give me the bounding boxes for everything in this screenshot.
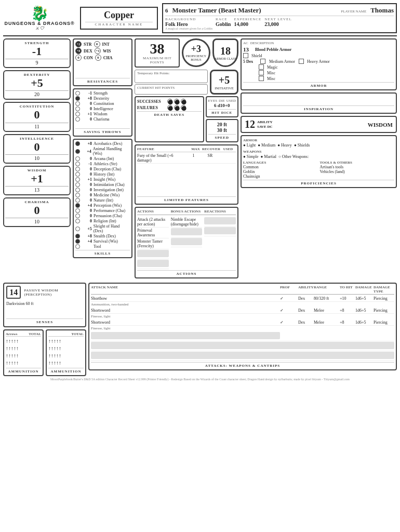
resist-dex-circle: +8 bbox=[75, 48, 82, 54]
dex-ac: 5 Dex bbox=[243, 59, 259, 64]
resist-int-label: INT bbox=[102, 42, 110, 47]
failures-row: FAILURES ⬤ ⬤ ⬤ bbox=[137, 105, 202, 110]
resist-dex-value: +8 bbox=[77, 49, 80, 52]
resist-wis-label: WIS bbox=[103, 49, 111, 54]
shield-check[interactable] bbox=[243, 53, 248, 58]
resist-dex-label: DEX bbox=[84, 49, 92, 54]
skill-dot bbox=[75, 141, 80, 146]
skill-name: Performance (Cha) bbox=[94, 208, 125, 213]
st-con-name: Constitution bbox=[94, 101, 114, 106]
skill-name: Investigation (Int) bbox=[94, 188, 124, 192]
max-hp-label: MAXIMUM HIT POINTS bbox=[138, 56, 177, 64]
w1-ability: Dex bbox=[298, 296, 314, 301]
st-str-name: Strength bbox=[94, 91, 108, 96]
skill-item: +1Insight (Wis) bbox=[75, 177, 130, 182]
success-1: ⬤ bbox=[167, 99, 172, 104]
feature-1-used bbox=[220, 153, 236, 163]
reactions-col-label: REACTIONS bbox=[204, 209, 236, 214]
skill-dot bbox=[75, 239, 80, 244]
ability-dc-num: 12 bbox=[245, 118, 255, 130]
languages-col: LANGUAGES Common Goblin Chainsign bbox=[243, 161, 318, 179]
reaction-2 bbox=[204, 227, 236, 236]
dex-armor-row: 5 Dex Medium Armor Heavy Armor bbox=[243, 59, 394, 64]
skill-item: 0Nature (Int) bbox=[75, 198, 130, 203]
charisma-modifier: 0 bbox=[5, 204, 69, 217]
recover-col-header: RECOVER bbox=[202, 147, 220, 151]
skill-dot bbox=[75, 149, 80, 154]
armor-options: ● Light ● Medium ● Heavy ● Shields bbox=[243, 143, 394, 148]
player-label: PLAYER NAME bbox=[341, 9, 366, 14]
armor-label: ARMOR bbox=[243, 82, 394, 88]
misc-check-1[interactable] bbox=[259, 70, 264, 75]
next-level-field: Next Level 23,000 bbox=[264, 17, 291, 27]
medium-check[interactable] bbox=[260, 59, 265, 64]
skill-name: Deception (Cha) bbox=[94, 167, 121, 171]
misc-check-2[interactable] bbox=[259, 76, 264, 81]
skills-list: +8Acrobatics (Dex)+4Animal Handling (Wis… bbox=[75, 141, 130, 249]
resist-wis-value: +1 bbox=[96, 49, 100, 53]
header: 🐉 DUNGEONS & DRAGONS® ⚔ 🛡 Copper CHARACT… bbox=[3, 3, 397, 36]
skill-dot bbox=[75, 214, 80, 218]
heavy-armor-label: Heavy Armor bbox=[307, 59, 330, 64]
w2-name: Shortsword bbox=[91, 308, 280, 313]
skill-value: +4 bbox=[82, 149, 91, 154]
initiative-label: INITIATIVE bbox=[215, 86, 234, 90]
limited-features: FEATURE MAX RECOVER USED Fury of the Sma… bbox=[135, 144, 238, 205]
st-con-dot bbox=[75, 101, 80, 106]
constitution-block: CONSTITUTION 0 11 bbox=[3, 102, 71, 131]
description-label: DESCRIPTION bbox=[250, 41, 274, 45]
st-cha-dot bbox=[75, 117, 80, 122]
skill-dot bbox=[75, 198, 80, 203]
skill-value: +1 bbox=[82, 177, 92, 182]
skill-dot bbox=[75, 182, 80, 187]
initiative-box: +5 INITIATIVE bbox=[210, 70, 238, 95]
temp-hp-value[interactable] bbox=[137, 75, 205, 82]
wisdom-modifier: +1 bbox=[5, 172, 69, 185]
race-field: RACE Goblin bbox=[216, 17, 231, 27]
combat-column: 38 MAXIMUM HIT POINTS +3 PROFICIENCY BON… bbox=[135, 38, 238, 281]
main-armor-row: 13 Blood Pebble Armor bbox=[243, 46, 394, 52]
st-int-val: 0 bbox=[82, 107, 92, 111]
lang-2: Goblin bbox=[243, 169, 318, 174]
skill-item: 0History (Int) bbox=[75, 172, 130, 177]
skill-value: 0 bbox=[82, 188, 92, 192]
charisma-score: 10 bbox=[5, 218, 69, 224]
intelligence-score: 10 bbox=[5, 154, 69, 161]
skill-item: 0Investigation (Int) bbox=[75, 188, 130, 192]
inspiration-area[interactable] bbox=[243, 95, 394, 104]
skill-dot bbox=[75, 162, 80, 166]
character-name: Copper bbox=[85, 10, 153, 21]
current-hp-box[interactable]: CURRENT HIT POINTS bbox=[135, 84, 208, 95]
resist-cha-circle: 0 bbox=[95, 55, 101, 61]
wh-damage: DAMAGE bbox=[355, 285, 374, 294]
fail-2: ⬤ bbox=[174, 105, 179, 110]
temp-hp-label: Temporary Hit Points: bbox=[137, 71, 205, 75]
w3-damage: 1d6+5 bbox=[355, 320, 374, 325]
tool-1: Artisan's tools bbox=[320, 165, 395, 169]
st-str-dot bbox=[75, 91, 80, 96]
misc-row-2: Misc bbox=[243, 76, 394, 81]
experience-value: 14,000 bbox=[234, 21, 261, 27]
dexterity-modifier: +5 bbox=[5, 77, 69, 89]
w3-name: Shortsword bbox=[91, 320, 280, 325]
skill-value: 0 bbox=[82, 193, 92, 197]
skill-item: Tool bbox=[75, 244, 130, 249]
w3-prof: ✓ bbox=[280, 320, 298, 325]
magic-check[interactable] bbox=[259, 64, 264, 70]
tools-col: TOOLS & OTHERS Artisan's tools Vehicles … bbox=[320, 161, 395, 179]
constitution-score: 11 bbox=[5, 123, 69, 129]
senses-ammo-col: 14 PASSIVE WISDOM (PERCEPTION) Darkvisio… bbox=[3, 283, 86, 376]
character-name-label: CHARACTER NAME bbox=[85, 22, 153, 26]
hit-dice-label: HIT DICE bbox=[208, 109, 236, 115]
armor-class-box: 18 ARMOR CLASS bbox=[212, 38, 238, 67]
st-int: 0 Intelligence bbox=[75, 107, 130, 111]
actions-header: ACTIONS BONUS ACTIONS REACTIONS bbox=[137, 209, 236, 215]
skill-value: 0 bbox=[82, 208, 92, 213]
used-label: USED bbox=[226, 99, 236, 103]
heavy-check[interactable] bbox=[299, 59, 304, 64]
bonus-actions-list: Nimble Escape (disengage/hide) bbox=[171, 217, 203, 269]
right-column: AC DESCRIPTION 13 Blood Pebble Armor Shi… bbox=[241, 38, 397, 281]
w3-desc: Finesse, light bbox=[91, 326, 394, 331]
action-5 bbox=[137, 259, 169, 269]
st-cha: 0 Charisma bbox=[75, 117, 130, 122]
